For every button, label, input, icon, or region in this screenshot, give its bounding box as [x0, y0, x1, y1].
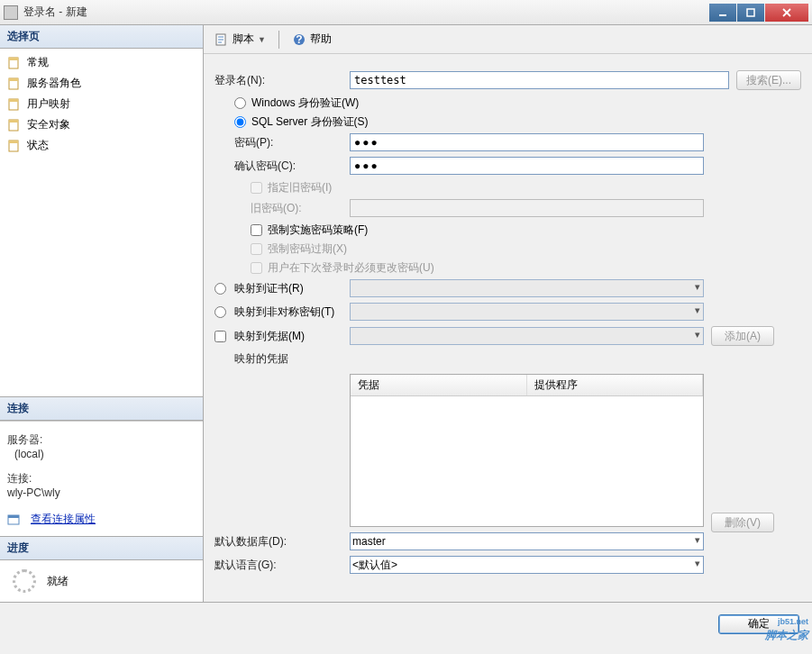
old-password-input: [350, 199, 704, 217]
close-button[interactable]: [765, 4, 808, 22]
specify-old-pw-label: 指定旧密码(I): [268, 180, 332, 195]
enforce-policy-label: 强制实施密码策略(F): [268, 223, 368, 238]
toolbar-separator: [278, 31, 279, 49]
watermark-text: 脚本之家: [765, 629, 808, 641]
page-icon: [7, 118, 22, 132]
login-name-input[interactable]: [350, 71, 729, 89]
content: 脚本 ▼ ? 帮助 登录名(N): 搜索(E)... Windows 身份验证(…: [204, 25, 812, 602]
main: 选择页 常规 服务器角色 用户映射 安全对象 状态 连接 服务器: (local…: [0, 25, 812, 602]
script-icon: [214, 32, 229, 47]
page-icon: [7, 97, 22, 112]
svg-rect-7: [9, 78, 18, 81]
progress-status: 就绪: [47, 574, 68, 589]
app-icon: [4, 5, 18, 20]
svg-rect-11: [9, 120, 18, 123]
svg-rect-0: [719, 14, 726, 16]
sidebar-item-usermapping[interactable]: 用户映射: [0, 94, 203, 114]
sidebar-item-serverroles[interactable]: 服务器角色: [0, 73, 203, 94]
sidebar-item-label: 安全对象: [27, 117, 70, 132]
sidebar-item-label: 服务器角色: [27, 76, 81, 91]
watermark-url: jb51.net: [765, 617, 808, 626]
page-icon: [7, 139, 22, 153]
svg-rect-9: [9, 99, 18, 102]
sidebar-item-label: 常规: [27, 55, 49, 70]
map-cred-label: 映射到凭据(M): [234, 329, 350, 344]
col-provider: 提供程序: [527, 375, 704, 395]
must-change-label: 用户在下次登录时必须更改密码(U): [268, 260, 434, 276]
script-button[interactable]: 脚本 ▼: [209, 30, 271, 49]
progress-body: 就绪: [0, 560, 203, 602]
nav-list: 常规 服务器角色 用户映射 安全对象 状态: [0, 49, 203, 159]
minimize-button[interactable]: [709, 4, 736, 22]
password-input[interactable]: [350, 133, 704, 151]
specify-old-pw-checkbox: [251, 182, 262, 194]
map-cert-label: 映射到证书(R): [234, 281, 350, 296]
map-asym-label: 映射到非对称密钥(T): [234, 304, 350, 320]
password-label: 密码(P):: [214, 135, 350, 150]
page-icon: [7, 56, 22, 70]
sidebar-item-general[interactable]: 常规: [0, 52, 203, 73]
enforce-expire-checkbox: [251, 243, 262, 255]
map-cred-select: [350, 327, 704, 345]
server-label: 服务器:: [7, 432, 196, 448]
search-button[interactable]: 搜索(E)...: [736, 70, 801, 90]
view-connection-row: 查看连接属性: [7, 512, 196, 527]
progress-header: 进度: [0, 536, 203, 560]
ready-icon: [13, 569, 36, 593]
form-area: 登录名(N): 搜索(E)... Windows 身份验证(W) SQL Ser…: [204, 54, 812, 602]
server-value: (local): [7, 448, 196, 460]
svg-rect-13: [9, 141, 18, 143]
map-cert-select: [350, 279, 704, 297]
map-cert-radio[interactable]: [214, 283, 226, 295]
windows-auth-radio[interactable]: [234, 97, 246, 109]
enforce-expire-label: 强制密码过期(X): [268, 241, 347, 257]
map-cred-checkbox[interactable]: [214, 331, 226, 342]
help-icon: ?: [292, 32, 306, 47]
connection-header: 连接: [0, 396, 203, 421]
conn-label: 连接:: [7, 471, 196, 486]
default-lang-select[interactable]: <默认值>: [350, 556, 704, 574]
watermark: jb51.net 脚本之家: [765, 617, 808, 643]
confirm-password-input[interactable]: [350, 157, 704, 175]
window-title: 登录名 - 新建: [23, 5, 708, 20]
svg-rect-5: [9, 58, 18, 60]
svg-rect-1: [747, 9, 754, 16]
sidebar-item-status[interactable]: 状态: [0, 135, 203, 156]
mapped-cred-label: 映射的凭据: [214, 351, 350, 367]
map-asym-select: [350, 303, 704, 321]
page-icon: [7, 77, 22, 91]
titlebar: 登录名 - 新建: [0, 0, 812, 25]
conn-value: wly-PC\wly: [7, 486, 196, 499]
sql-auth-radio[interactable]: [234, 116, 246, 128]
help-button[interactable]: ? 帮助: [287, 30, 337, 49]
properties-icon: [7, 513, 22, 527]
pages-header: 选择页: [0, 25, 203, 49]
credentials-table: 凭据 提供程序: [350, 374, 704, 527]
sql-auth-label: SQL Server 身份验证(S): [251, 114, 369, 130]
enforce-policy-checkbox[interactable]: [251, 224, 262, 236]
default-db-select[interactable]: master: [350, 532, 704, 550]
sidebar-item-label: 状态: [27, 138, 49, 153]
toolbar: 脚本 ▼ ? 帮助: [204, 25, 812, 54]
default-db-label: 默认数据库(D):: [214, 534, 350, 550]
sidebar-item-securables[interactable]: 安全对象: [0, 114, 203, 135]
remove-button[interactable]: 删除(V): [711, 513, 774, 532]
old-password-label: 旧密码(O):: [214, 201, 350, 216]
default-lang-label: 默认语言(G):: [214, 558, 350, 573]
sidebar: 选择页 常规 服务器角色 用户映射 安全对象 状态 连接 服务器: (local…: [0, 25, 204, 602]
chevron-down-icon: ▼: [258, 35, 266, 44]
button-bar: 确定 jb51.net 脚本之家: [0, 602, 812, 645]
map-asym-radio[interactable]: [214, 306, 226, 318]
add-button[interactable]: 添加(A): [711, 326, 774, 346]
view-connection-link[interactable]: 查看连接属性: [31, 512, 96, 527]
must-change-checkbox: [251, 262, 262, 274]
maximize-button[interactable]: [737, 4, 764, 22]
help-label: 帮助: [310, 32, 332, 47]
credentials-table-header: 凭据 提供程序: [351, 375, 703, 396]
sidebar-item-label: 用户映射: [27, 96, 70, 112]
col-credential: 凭据: [351, 375, 527, 395]
connection-section: 服务器: (local) 连接: wly-PC\wly 查看连接属性: [0, 421, 203, 536]
login-name-label: 登录名(N):: [214, 73, 350, 88]
svg-rect-15: [8, 515, 19, 518]
windows-auth-label: Windows 身份验证(W): [251, 95, 359, 111]
